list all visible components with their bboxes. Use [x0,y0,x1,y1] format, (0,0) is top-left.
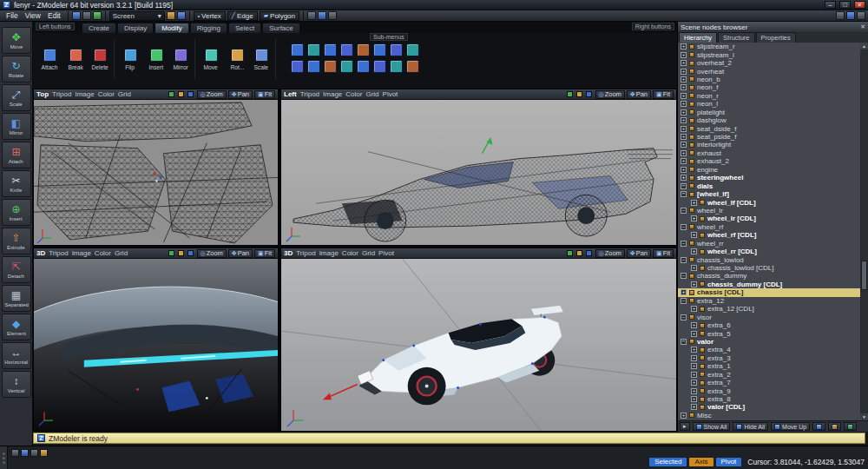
shading-icon[interactable] [168,250,174,256]
viewport-action-button[interactable]: ✥Pan [627,249,651,258]
tree-node[interactable]: − chassis_lowlod [678,255,860,263]
tool-button[interactable]: ↕ Vertical [2,371,31,398]
tree-node[interactable]: + exhaust [678,149,860,157]
scroll-up-icon[interactable]: ▲ [860,43,868,50]
tool-button[interactable]: ↔ Horizontal [2,342,31,369]
expander-icon[interactable]: + [691,396,697,402]
tree-node[interactable]: + dashglow [678,116,860,124]
viewport-menu-item[interactable]: Image [75,90,94,98]
viewport-menu-item[interactable]: Image [72,249,91,257]
expander-icon[interactable]: + [691,363,697,369]
tree-node[interactable]: + seat_dside_f [678,124,860,132]
tree-node[interactable]: + neon_l [678,100,860,108]
tree-node[interactable]: + chassis [CDL] [678,288,860,296]
viewport-top[interactable]: Top TripodImageColorGrid ◎Zoom✥Pan▣Fit [33,89,279,246]
viewport-menu-item[interactable]: Tripod [49,249,68,257]
submenu-cube-icon[interactable] [373,43,386,56]
tool-button[interactable]: ✥ Move [2,27,31,54]
scroll-down-icon[interactable]: ▼ [860,413,868,420]
tree-node[interactable]: + extra_12 [CDL] [678,305,860,313]
tree-node[interactable]: − wheel_rr [678,240,860,248]
expander-icon[interactable]: + [691,232,697,238]
viewport-menu-item[interactable]: Image [319,249,339,257]
expander-icon[interactable]: + [691,281,697,287]
status-badge[interactable]: Pivot [716,458,742,466]
toolbar-icon[interactable] [82,11,91,20]
tree-node[interactable]: + neon_r [678,92,860,100]
screen-dropdown[interactable]: Screen ▾ [109,11,165,21]
ribbon-button[interactable]: Insert [143,39,169,79]
tree-node[interactable]: + extra_6 [678,321,860,329]
viewport-left[interactable]: Left TripodImageColorGridPivot ◎Zoom✥Pan… [280,89,677,246]
wireframe-icon[interactable] [178,91,184,97]
submenu-cube-icon[interactable] [390,60,403,73]
submenu-cube-icon[interactable] [307,60,320,73]
tree-node[interactable]: + wheel_rf [CDL] [678,231,860,239]
expander-icon[interactable]: + [681,175,687,181]
submenu-cube-icon[interactable] [357,43,370,56]
expander-icon[interactable]: − [681,241,687,247]
ribbon-tab[interactable]: Display [117,23,154,33]
ribbon-tab[interactable]: Select [228,23,261,33]
expander-icon[interactable]: + [691,265,697,271]
footer-button[interactable]: Move Up [771,422,810,431]
submenu-cube-icon[interactable] [291,43,304,56]
footer-icon-button[interactable] [844,422,857,431]
mode-toggle[interactable]: ╱ Edge [227,11,258,21]
toolbar-icon[interactable] [836,11,845,20]
viewport-menu-item[interactable]: Color [95,249,111,257]
ribbon-button[interactable]: Delete [89,39,115,79]
tree-node[interactable]: + neon_f [678,83,860,91]
maximize-button[interactable]: □ [839,1,851,9]
tree-node[interactable]: + exhaust_2 [678,157,860,165]
viewport-menu-item[interactable]: Tripod [296,249,315,257]
tree-node[interactable]: + extra_3 [678,354,860,362]
tree-node[interactable]: − [wheel_lf] [678,190,860,198]
expander-icon[interactable]: + [681,150,687,156]
expander-icon[interactable]: + [681,76,687,83]
footer-button[interactable]: Show All [693,422,731,431]
tool-button[interactable]: ⊞ Attach [2,142,31,168]
mode-toggle[interactable]: ▰ Polygon [260,11,299,21]
expander-icon[interactable]: − [681,224,687,230]
tool-button[interactable]: ⇱ Detach [2,256,31,283]
footer-icon-button[interactable] [828,422,841,431]
status-toolbar-icon[interactable] [30,449,38,457]
expander-icon[interactable]: + [691,347,697,353]
viewport-menu-item[interactable]: Color [342,249,358,257]
expander-icon[interactable]: − [681,339,687,345]
expander-icon[interactable]: + [681,109,687,116]
viewport-action-button[interactable]: ▣Fit [653,90,674,99]
tree-node[interactable]: − wheel_rf [678,223,860,231]
viewport-action-button[interactable]: ▣Fit [254,249,275,258]
tree-node[interactable]: − extra_12 [678,297,860,305]
view-mode-icon[interactable] [187,250,194,256]
expander-icon[interactable]: + [681,117,687,123]
submenu-cube-icon[interactable] [390,43,403,56]
viewport-action-button[interactable]: ✥Pan [627,90,651,99]
submenu-cube-icon[interactable] [406,60,419,73]
submenu-cube-icon[interactable] [340,43,353,56]
submenu-cube-icon[interactable] [340,60,353,73]
toolbar-icon[interactable] [93,11,102,20]
tool-button[interactable]: ◆ Element [2,314,31,340]
viewport-3d-closeup[interactable]: 3D TripodImageColorGrid ◎Zoom✥Pan▣Fit [33,248,279,432]
expander-icon[interactable]: − [681,191,687,197]
submenu-cube-icon[interactable] [291,60,304,73]
ribbon-button[interactable]: Move [198,39,224,79]
viewport-action-button[interactable]: ◎Zoom [197,90,227,99]
panel-tab[interactable]: Properties [756,32,796,43]
footer-button[interactable]: Hide All [733,422,768,431]
expander-icon[interactable]: + [681,142,687,148]
tree-node[interactable]: + wheel_lf [CDL] [678,198,860,206]
tree-node[interactable]: + platelight [678,109,860,116]
viewport-canvas-left[interactable] [281,100,676,245]
toolbar-icon[interactable] [167,11,175,20]
expander-icon[interactable]: + [681,413,687,419]
expander-icon[interactable]: + [681,93,687,99]
viewport-3d-perspective[interactable]: 3D TripodImageColorGridPivot ◎Zoom✥Pan▣F… [280,248,677,432]
tool-button[interactable]: ⊕ Insert [2,199,31,226]
tree-node[interactable]: − wheel_lr [678,207,860,215]
viewport-menu-item[interactable]: Grid [362,249,375,257]
wireframe-icon[interactable] [576,91,582,97]
